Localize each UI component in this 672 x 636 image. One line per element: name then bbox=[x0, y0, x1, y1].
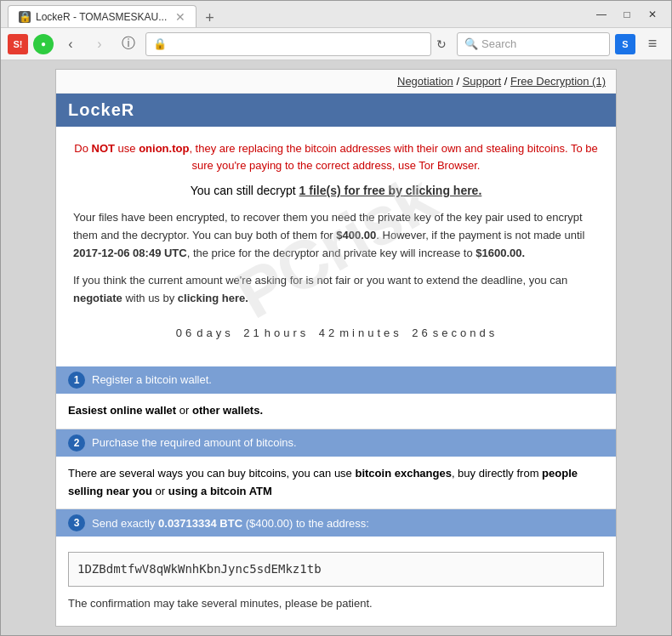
window-controls: — □ ✕ bbox=[589, 6, 664, 23]
status-info: The confirmation may take several minute… bbox=[68, 593, 604, 635]
search-bar[interactable]: 🔍 Search bbox=[457, 32, 610, 56]
lock-icon: 🔒 bbox=[153, 37, 167, 50]
active-tab[interactable]: 🔒 LockeR - TOMASMESKAU... ✕ bbox=[8, 5, 196, 27]
easiest-wallet-link[interactable]: Easiest online wallet bbox=[68, 404, 176, 417]
url-bar[interactable]: 🔒 bbox=[145, 32, 431, 56]
locker-title: LockeR bbox=[68, 100, 134, 119]
page-content: Negotiation / Support / Free Decryption … bbox=[1, 60, 671, 635]
countdown-days-label: days bbox=[196, 327, 233, 339]
confirmation-note: The confirmation may take several minute… bbox=[68, 597, 373, 610]
search-icon: 🔍 bbox=[464, 37, 478, 50]
new-tab-button[interactable]: + bbox=[200, 9, 219, 27]
tab-title: LockeR - TOMASMESKAU... bbox=[36, 11, 167, 23]
breadcrumb-text: Negotiation / Support / Free Decryption … bbox=[397, 75, 606, 88]
btc-address-box[interactable]: 1DZBdmtfwV8qWkWnhKbnJync5sdEMkz1tb bbox=[68, 552, 604, 586]
step-3-header: 3 Send exactly 0.03713334 BTC ($400.00) … bbox=[56, 509, 616, 537]
negotiate-link[interactable]: clicking here. bbox=[178, 292, 248, 304]
btc-address: 1DZBdmtfwV8qWkWnhKbnJync5sdEMkz1tb bbox=[77, 562, 322, 576]
countdown-hours-label: hours bbox=[265, 327, 310, 339]
breadcrumb-negotiation[interactable]: Negotiation bbox=[397, 75, 453, 88]
step-2-header: 2 Purchase the required amount of bitcoi… bbox=[56, 429, 616, 457]
breadcrumb-support[interactable]: Support bbox=[463, 75, 502, 88]
free-decrypt: You can still decrypt 1 file(s) for free… bbox=[73, 184, 599, 197]
locker-header: LockeR bbox=[56, 94, 616, 127]
btc-amount: 0.03713334 BTC bbox=[158, 517, 242, 530]
step-3-title: Send exactly 0.03713334 BTC ($400.00) to… bbox=[92, 517, 369, 530]
step-1-number: 1 bbox=[68, 372, 85, 389]
warning-text: Do NOT use onion.top, they are replacing… bbox=[73, 140, 599, 173]
menu-button[interactable]: ≡ bbox=[641, 32, 664, 56]
s-logo-icon: S! bbox=[8, 34, 28, 54]
description: Your files have been encrypted, to recov… bbox=[73, 209, 599, 262]
breadcrumb-free-decryption[interactable]: Free Decryption (1) bbox=[510, 75, 606, 88]
free-decrypt-link[interactable]: 1 file(s) for free by clicking here. bbox=[299, 184, 482, 197]
main-body: PCrisk Do NOT use onion.top, they are re… bbox=[56, 127, 616, 366]
step-3-body: 1DZBdmtfwV8qWkWnhKbnJync5sdEMkz1tb The c… bbox=[56, 537, 616, 635]
browser-window: 🔒 LockeR - TOMASMESKAU... ✕ + — □ ✕ S! ●… bbox=[0, 0, 672, 636]
back-button[interactable]: ‹ bbox=[59, 32, 83, 56]
countdown-minutes-label: minutes bbox=[339, 327, 402, 339]
green-logo-icon: ● bbox=[33, 34, 54, 54]
step-3-number: 3 bbox=[68, 514, 85, 531]
countdown-hours: 21 bbox=[243, 327, 262, 339]
close-button[interactable]: ✕ bbox=[641, 6, 664, 23]
minimize-button[interactable]: — bbox=[589, 6, 613, 23]
step-1-body: Easiest online wallet or other wallets. bbox=[56, 394, 616, 429]
countdown-minutes: 42 bbox=[319, 327, 338, 339]
negotiate-text: If you think the current amount we're as… bbox=[73, 272, 599, 308]
step-2-title: Purchase the required amount of bitcoins… bbox=[92, 436, 297, 449]
countdown-days: 06 bbox=[176, 327, 195, 339]
nav-bar: S! ● ‹ › ⓘ 🔒 ↻ 🔍 Search S ≡ bbox=[1, 28, 671, 60]
tab-close-button[interactable]: ✕ bbox=[175, 10, 185, 24]
breadcrumb: Negotiation / Support / Free Decryption … bbox=[56, 70, 616, 94]
info-button[interactable]: ⓘ bbox=[117, 32, 140, 56]
title-bar: 🔒 LockeR - TOMASMESKAU... ✕ + — □ ✕ bbox=[1, 1, 671, 28]
content-wrapper: Negotiation / Support / Free Decryption … bbox=[55, 69, 617, 627]
step-2-number: 2 bbox=[68, 434, 85, 451]
countdown-seconds-label: seconds bbox=[433, 327, 498, 339]
maximize-button[interactable]: □ bbox=[615, 6, 639, 23]
search-placeholder: Search bbox=[481, 37, 516, 50]
step-2-body: There are several ways you can buy bitco… bbox=[56, 457, 616, 510]
refresh-button[interactable]: ↻ bbox=[436, 37, 447, 51]
other-wallets-link[interactable]: other wallets. bbox=[192, 404, 263, 417]
countdown: 06days 21hours 42minutes 26seconds bbox=[73, 321, 599, 341]
step-1-header: 1 Register a bitcoin wallet. bbox=[56, 366, 616, 394]
forward-button[interactable]: › bbox=[88, 32, 111, 56]
tab-bar: 🔒 LockeR - TOMASMESKAU... ✕ + bbox=[8, 1, 219, 27]
s-account-icon: S bbox=[615, 34, 635, 54]
tab-favicon-icon: 🔒 bbox=[19, 11, 31, 23]
countdown-seconds: 26 bbox=[412, 327, 430, 339]
step-1-title: Register a bitcoin wallet. bbox=[92, 373, 212, 386]
